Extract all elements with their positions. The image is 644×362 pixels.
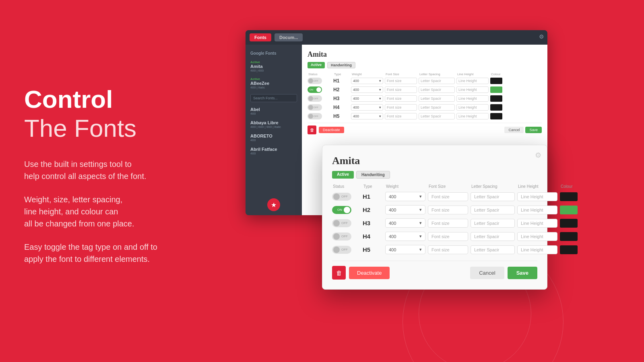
- sidebar-item-abbaya[interactable]: Abbaya Libre 400 | 600 | 900 | Italic: [246, 118, 302, 131]
- modal-fontsize-h5[interactable]: Font size: [428, 245, 468, 254]
- lineheight-h3-bg[interactable]: Line Height: [456, 95, 489, 102]
- fontsize-h2-bg[interactable]: Font size: [385, 86, 417, 93]
- modal-letterspacing-h2[interactable]: Letter Spacir: [471, 206, 515, 214]
- toggle-h4-bg[interactable]: [308, 104, 322, 111]
- toggle-h3-bg[interactable]: [308, 95, 322, 102]
- modal-toggle-h3[interactable]: OFF: [332, 219, 351, 227]
- sidebar-item-aboreto[interactable]: ABORETO 400: [246, 131, 302, 144]
- search-fonts-input[interactable]: Search Fonts...: [250, 94, 297, 102]
- modal-color-h5[interactable]: [560, 245, 578, 254]
- modal-bottom-actions: 🗑 Deactivate Cancel Save: [332, 261, 537, 280]
- sidebar-item-abril[interactable]: Abril Fatface 400: [246, 144, 302, 158]
- table-row: H2 400▾ Font size Letter Spacir Line Hei…: [308, 86, 542, 93]
- weight-h5-bg[interactable]: 400▾: [351, 113, 383, 119]
- abbaya-weights: 400 | 600 | 900 | Italic: [250, 125, 297, 129]
- color-h4-bg[interactable]: [490, 104, 502, 111]
- modal-weight-h5[interactable]: 400▾: [385, 245, 425, 254]
- abril-weights: 400: [250, 152, 297, 155]
- modal-letterspacing-h1[interactable]: Letter Spacir: [471, 192, 515, 201]
- page-title-normal: The Fonts: [24, 115, 225, 142]
- letterspacing-h3-bg[interactable]: Letter Spacir: [419, 95, 455, 102]
- sidebar-item-abel[interactable]: Abel 400: [246, 105, 302, 118]
- abeezee-name: ABeeZee: [250, 81, 297, 86]
- color-h5-bg[interactable]: [490, 113, 502, 119]
- modal-letterspacing-h4[interactable]: Letter Spacir: [471, 232, 515, 241]
- color-h2-bg[interactable]: [490, 86, 502, 93]
- gear-icon-modal[interactable]: ⚙: [535, 151, 541, 160]
- modal-weight-h3[interactable]: 400▾: [385, 218, 425, 228]
- modal-lineheight-h2[interactable]: Line Height: [517, 206, 557, 214]
- modal-type-h5: H5: [363, 246, 383, 253]
- delete-button-modal[interactable]: 🗑: [332, 266, 346, 280]
- toggle-h1-bg[interactable]: [308, 78, 322, 84]
- color-h1-bg[interactable]: [490, 78, 502, 84]
- abeezee-weights: 400 | Italic: [250, 86, 297, 89]
- delete-button-bg[interactable]: 🗑: [308, 125, 316, 134]
- modal-color-h3[interactable]: [560, 219, 578, 228]
- amita-status: Active: [250, 60, 297, 64]
- lineheight-h4-bg[interactable]: Line Height: [456, 104, 489, 111]
- modal-toggle-h4[interactable]: OFF: [332, 232, 351, 241]
- letterspacing-h2-bg[interactable]: Letter Spacir: [419, 86, 455, 93]
- cancel-button-bg[interactable]: Cancel: [504, 127, 524, 133]
- modal-toggle-h2[interactable]: ON: [332, 206, 351, 214]
- weight-h2-bg[interactable]: 400▾: [351, 86, 383, 93]
- modal-toggle-h1[interactable]: OFF: [332, 193, 351, 201]
- gear-icon[interactable]: ⚙: [539, 33, 544, 40]
- modal-letterspacing-h3[interactable]: Letter Spacir: [471, 219, 515, 228]
- modal-lineheight-h3[interactable]: Line Height: [517, 219, 557, 228]
- color-h3-bg[interactable]: [490, 95, 502, 102]
- page-title-bold: Control: [24, 86, 225, 113]
- type-h2-bg: H2: [333, 87, 349, 93]
- font-name-bg: Amita: [308, 50, 542, 59]
- modal-lineheight-h5[interactable]: Line Height: [517, 245, 557, 254]
- document-tab[interactable]: Docum...: [275, 33, 303, 41]
- table-row: H4 400▾ Font size Letter Spacir Line Hei…: [308, 104, 542, 111]
- table-row: H1 400▾ Font size Letter Spacir Line Hei…: [308, 78, 542, 84]
- modal-letterspacing-h5[interactable]: Letter Spacir: [471, 245, 515, 254]
- fontsize-h1-bg[interactable]: Font size: [385, 78, 417, 84]
- aboreto-weights: 400: [250, 138, 297, 142]
- lineheight-h1-bg[interactable]: Line Height: [456, 78, 489, 84]
- letterspacing-h4-bg[interactable]: Letter Spacir: [419, 104, 455, 111]
- modal-color-h2[interactable]: [560, 206, 578, 214]
- toggle-h5-bg[interactable]: [308, 113, 322, 119]
- modal-color-h4[interactable]: [560, 232, 578, 241]
- add-font-button[interactable]: ★: [267, 198, 280, 211]
- toggle-h2-bg[interactable]: [308, 86, 322, 93]
- modal-fontsize-h2[interactable]: Font size: [428, 206, 468, 214]
- letterspacing-h5-bg[interactable]: Letter Spacir: [419, 113, 455, 119]
- modal-fontsize-h4[interactable]: Font size: [428, 232, 468, 241]
- fonts-tab[interactable]: Fonts: [250, 33, 271, 41]
- lineheight-h5-bg[interactable]: Line Height: [456, 113, 489, 119]
- amita-weights: 400 | 600: [250, 69, 297, 72]
- weight-h3-bg[interactable]: 400▾: [351, 95, 383, 102]
- fontsize-h5-bg[interactable]: Font size: [385, 113, 417, 119]
- modal-lineheight-h4[interactable]: Line Height: [517, 232, 557, 241]
- type-h1-bg: H1: [333, 78, 349, 84]
- left-panel: Control The Fonts Use the built in setti…: [24, 0, 225, 362]
- sidebar-item-abeezee[interactable]: Active ABeeZee 400 | Italic: [246, 75, 302, 92]
- fontsize-h4-bg[interactable]: Font size: [385, 104, 417, 111]
- weight-h4-bg[interactable]: 400▾: [351, 104, 383, 111]
- cancel-button-modal[interactable]: Cancel: [470, 267, 504, 279]
- type-h3-bg: H3: [333, 96, 349, 101]
- modal-weight-h4[interactable]: 400▾: [385, 232, 425, 241]
- save-button-modal[interactable]: Save: [508, 267, 537, 279]
- modal-fontsize-h1[interactable]: Font size: [428, 192, 468, 201]
- lineheight-h2-bg[interactable]: Line Height: [456, 86, 489, 93]
- modal-fontsize-h3[interactable]: Font size: [428, 219, 468, 228]
- modal-weight-h1[interactable]: 400▾: [385, 192, 425, 201]
- letterspacing-h1-bg[interactable]: Letter Spacir: [419, 78, 455, 84]
- deactivate-button-bg[interactable]: Deactivate: [319, 127, 344, 133]
- deactivate-button-modal[interactable]: Deactivate: [349, 267, 390, 279]
- modal-weight-h2[interactable]: 400▾: [385, 205, 425, 214]
- modal-lineheight-h1[interactable]: Line Height: [517, 192, 557, 201]
- modal-color-h1[interactable]: [560, 192, 578, 201]
- fontsize-h3-bg[interactable]: Font size: [385, 95, 417, 102]
- weight-h1-bg[interactable]: 400▾: [351, 78, 383, 84]
- toggle-circle: [333, 193, 340, 200]
- modal-toggle-h5[interactable]: OFF: [332, 246, 351, 254]
- save-button-bg[interactable]: Save: [525, 127, 542, 133]
- sidebar-item-amita[interactable]: Active Amita 400 | 600: [246, 58, 302, 75]
